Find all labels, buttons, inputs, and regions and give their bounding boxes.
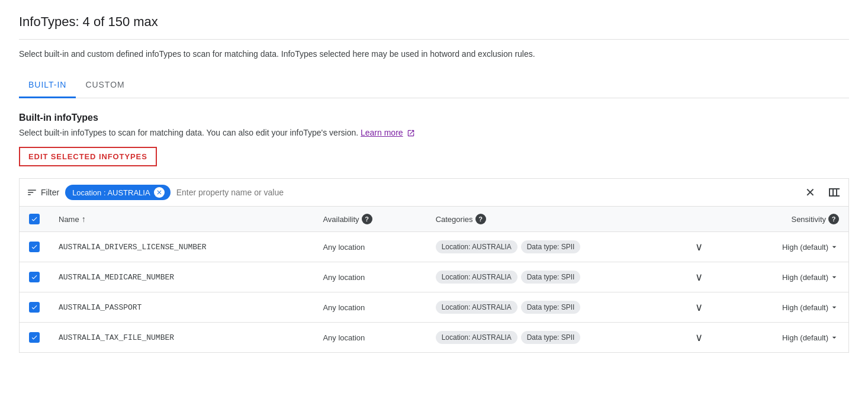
sort-icon[interactable]: ↑ (82, 214, 86, 224)
th-checkbox (20, 207, 50, 232)
clear-filter-icon[interactable]: ✕ (805, 185, 815, 200)
expand-arrow-icon[interactable]: ∨ (695, 332, 703, 343)
category-tag: Data type: SPII (521, 331, 581, 344)
categories-info-icon[interactable]: ? (475, 214, 486, 224)
page-description: Select built-in and custom defined infoT… (19, 49, 849, 59)
category-tag: Data type: SPII (521, 271, 581, 284)
category-tag: Location: AUSTRALIA (436, 240, 517, 253)
table-row: AUSTRALIA_DRIVERS_LICENSE_NUMBERAny loca… (20, 232, 849, 262)
table-row: AUSTRALIA_TAX_FILE_NUMBERAny locationLoc… (20, 323, 849, 353)
edit-selected-infotypes-button[interactable]: EDIT SELECTED INFOTYPES (19, 147, 157, 166)
th-name: Name ↑ (49, 207, 313, 232)
row-checkbox-cell (20, 292, 50, 323)
sensitivity-dropdown[interactable]: High (default) (782, 272, 839, 282)
expand-arrow-icon[interactable]: ∨ (695, 301, 703, 313)
filter-bar: Filter Location : AUSTRALIA ✕ (19, 178, 849, 206)
tab-built-in[interactable]: BUILT-IN (19, 73, 76, 98)
row-availability: Any location (313, 292, 426, 323)
sensitivity-dropdown[interactable]: High (default) (782, 333, 839, 342)
row-sensitivity: High (default) (728, 262, 849, 292)
filter-label: Filter (41, 188, 59, 197)
select-all-checkbox[interactable] (29, 214, 40, 224)
row-expand[interactable]: ∨ (686, 262, 728, 292)
row-availability: Any location (313, 323, 426, 353)
filter-chip-label: Location : AUSTRALIA (72, 188, 150, 197)
sensitivity-dropdown[interactable]: High (default) (782, 242, 839, 252)
th-categories: Categories ? (426, 207, 686, 232)
row-checkbox-cell (20, 262, 50, 292)
row-categories: Location: AUSTRALIAData type: SPII (426, 232, 686, 262)
row-expand[interactable]: ∨ (686, 232, 728, 262)
section-description: Select built-in infoTypes to scan for ma… (19, 128, 849, 137)
filter-icon-container: Filter (27, 187, 59, 198)
external-link-icon (407, 129, 415, 137)
row-availability: Any location (313, 232, 426, 262)
row-categories: Location: AUSTRALIAData type: SPII (426, 323, 686, 353)
expand-arrow-icon[interactable]: ∨ (695, 271, 703, 283)
row-checkbox-cell (20, 323, 50, 353)
filter-lines-icon (27, 187, 37, 198)
table-row: AUSTRALIA_PASSPORTAny locationLocation: … (20, 292, 849, 323)
columns-icon[interactable] (827, 185, 841, 200)
divider (19, 39, 849, 40)
row-sensitivity: High (default) (728, 292, 849, 323)
row-name: AUSTRALIA_TAX_FILE_NUMBER (49, 323, 313, 353)
page-title: InfoTypes: 4 of 150 max (19, 14, 849, 30)
row-name: AUSTRALIA_DRIVERS_LICENSE_NUMBER (49, 232, 313, 262)
category-tag: Location: AUSTRALIA (436, 301, 517, 314)
row-categories: Location: AUSTRALIAData type: SPII (426, 292, 686, 323)
row-sensitivity: High (default) (728, 323, 849, 353)
category-tag: Location: AUSTRALIA (436, 271, 517, 284)
tabs-container: BUILT-IN CUSTOM (19, 73, 849, 98)
filter-chip: Location : AUSTRALIA (65, 185, 171, 200)
table-header: Name ↑ Availability ? Categories ? Se (20, 207, 849, 232)
category-tag: Data type: SPII (521, 301, 581, 314)
filter-actions: ✕ (805, 185, 841, 200)
row-expand[interactable]: ∨ (686, 292, 728, 323)
expand-arrow-icon[interactable]: ∨ (695, 241, 703, 253)
sensitivity-dropdown[interactable]: High (default) (782, 303, 839, 312)
th-sensitivity: Sensitivity ? (728, 207, 849, 232)
filter-chip-close-button[interactable] (154, 187, 165, 198)
row-checkbox[interactable] (29, 332, 40, 343)
section-title: Built-in infoTypes (19, 112, 849, 123)
learn-more-link[interactable]: Learn more (361, 128, 403, 137)
table-body: AUSTRALIA_DRIVERS_LICENSE_NUMBERAny loca… (20, 232, 849, 353)
row-categories: Location: AUSTRALIAData type: SPII (426, 262, 686, 292)
row-sensitivity: High (default) (728, 232, 849, 262)
row-availability: Any location (313, 262, 426, 292)
th-availability: Availability ? (313, 207, 426, 232)
sensitivity-info-icon[interactable]: ? (828, 214, 839, 224)
row-name: AUSTRALIA_MEDICARE_NUMBER (49, 262, 313, 292)
tab-custom[interactable]: CUSTOM (76, 73, 134, 98)
row-checkbox-cell (20, 232, 50, 262)
table-row: AUSTRALIA_MEDICARE_NUMBERAny locationLoc… (20, 262, 849, 292)
availability-info-icon[interactable]: ? (362, 214, 372, 224)
row-checkbox[interactable] (29, 242, 40, 252)
row-checkbox[interactable] (29, 272, 40, 282)
category-tag: Location: AUSTRALIA (436, 331, 517, 344)
th-expand (686, 207, 728, 232)
row-name: AUSTRALIA_PASSPORT (49, 292, 313, 323)
category-tag: Data type: SPII (521, 240, 581, 253)
filter-input[interactable] (176, 188, 799, 197)
infotypes-table: Name ↑ Availability ? Categories ? Se (19, 206, 849, 353)
row-checkbox[interactable] (29, 302, 40, 313)
row-expand[interactable]: ∨ (686, 323, 728, 353)
